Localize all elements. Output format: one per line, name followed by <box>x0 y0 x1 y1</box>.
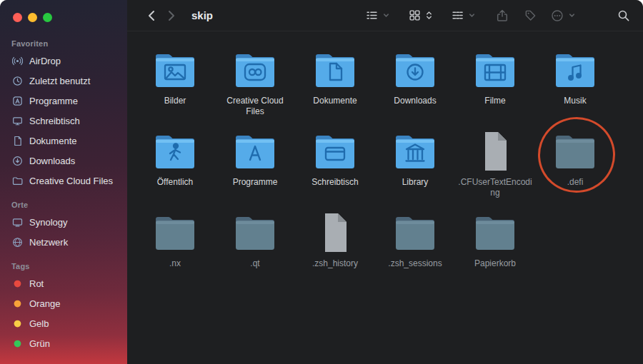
file-item-label: .nx <box>169 258 181 269</box>
tags-button[interactable] <box>523 8 538 23</box>
sidebar-item-label: Zuletzt benutzt <box>29 76 90 86</box>
more-button[interactable] <box>551 9 576 22</box>
sidebar-item-downloads[interactable]: Downloads <box>0 151 127 171</box>
share-button[interactable] <box>494 8 510 24</box>
file-item-filme[interactable]: Filme <box>455 46 535 127</box>
sidebar-item-zuletzt-benutzt[interactable]: Zuletzt benutzt <box>0 71 127 91</box>
display-icon <box>11 217 23 228</box>
sidebar-item-label: Orange <box>29 298 60 309</box>
chevron-down-icon <box>468 11 476 19</box>
sidebar-item-label: Creative Cloud Files <box>29 176 113 186</box>
document-icon <box>11 136 23 146</box>
window-title: skip <box>191 9 213 21</box>
sidebar-item-programme[interactable]: Programme <box>0 91 127 111</box>
folder-image-icon <box>152 50 198 90</box>
desktop-icon <box>11 116 23 126</box>
folder-plain-icon <box>552 131 598 171</box>
sidebar-item-label: Schreibtisch <box>29 116 80 126</box>
folder-film-icon <box>472 50 518 90</box>
file-item-öffentlich[interactable]: Öffentlich <box>135 127 215 208</box>
sidebar-item-grün[interactable]: Grün <box>0 333 127 353</box>
sidebar-item-label: Grün <box>29 338 50 349</box>
tag-icon <box>11 298 23 309</box>
file-item-label: Schreibtisch <box>311 177 358 188</box>
list-view-icon <box>366 9 378 21</box>
traffic-lights <box>0 10 127 29</box>
tag-icon <box>524 9 537 21</box>
file-item-label: Dokumente <box>313 96 357 106</box>
network-icon <box>11 237 23 248</box>
view-grid-button[interactable] <box>409 9 433 21</box>
file-item-defi[interactable]: .defi <box>535 127 615 208</box>
file-item-creative-cloud-files[interactable]: Creative Cloud Files <box>215 46 295 127</box>
close-button[interactable] <box>13 13 22 22</box>
folder-library-icon <box>392 131 438 171</box>
search-button[interactable] <box>616 8 632 24</box>
file-item-zsh-history[interactable]: .zsh_history <box>295 208 375 290</box>
sidebar-item-creative-cloud-files[interactable]: Creative Cloud Files <box>0 171 127 191</box>
main-area: skip <box>127 0 643 364</box>
forward-chevron-icon <box>164 9 177 22</box>
file-item-musik[interactable]: Musik <box>535 46 615 127</box>
chevron-down-icon <box>568 11 576 19</box>
file-item-label: Filme <box>484 96 505 106</box>
sidebar-item-label: AirDrop <box>29 56 61 66</box>
chevron-up-down-icon <box>425 11 433 20</box>
folder-apps-icon <box>232 131 278 171</box>
file-item-dokumente[interactable]: Dokumente <box>295 46 375 127</box>
download-icon <box>11 156 23 166</box>
sidebar: FavoritenAirDropZuletzt benutztProgramme… <box>0 0 127 364</box>
sidebar-item-gelb[interactable]: Gelb <box>0 313 127 333</box>
file-item-bilder[interactable]: Bilder <box>135 46 215 127</box>
forward-button[interactable] <box>161 6 180 25</box>
share-icon <box>496 9 509 22</box>
sidebar-item-label: Rot <box>29 278 44 289</box>
sidebar-item-netzwerk[interactable]: Netzwerk <box>0 232 127 252</box>
file-item-label: Library <box>402 177 429 188</box>
sidebar-sections: FavoritenAirDropZuletzt benutztProgramme… <box>0 39 127 353</box>
search-icon <box>617 9 630 22</box>
clock-icon <box>11 76 23 86</box>
zoom-button[interactable] <box>43 13 52 22</box>
back-chevron-icon <box>146 9 159 22</box>
folder-plain-icon <box>232 213 278 253</box>
folder-cc-icon <box>232 50 278 90</box>
file-item-qt[interactable]: .qt <box>215 208 295 290</box>
sidebar-item-label: Netzwerk <box>29 237 68 248</box>
applications-icon <box>11 96 23 106</box>
view-list-button[interactable] <box>366 9 390 21</box>
sidebar-section-title: Orte <box>0 201 127 212</box>
folder-doc-icon <box>312 50 358 90</box>
sidebar-item-synology[interactable]: Synology <box>0 212 127 232</box>
file-item-label: Öffentlich <box>157 177 193 188</box>
file-item-library[interactable]: Library <box>375 127 455 208</box>
tag-icon <box>11 338 23 349</box>
file-item-label: .zsh_sessions <box>388 258 442 269</box>
file-item-downloads[interactable]: Downloads <box>375 46 455 127</box>
file-item-label: Programme <box>233 177 278 188</box>
file-item-zsh-sessions[interactable]: .zsh_sessions <box>375 208 455 290</box>
sidebar-item-label: Dokumente <box>29 136 76 146</box>
back-button[interactable] <box>143 6 161 25</box>
folder-card-icon <box>312 131 358 171</box>
file-item-nx[interactable]: .nx <box>135 208 215 290</box>
sidebar-item-airdrop[interactable]: AirDrop <box>0 51 127 71</box>
file-item-label: .qt <box>250 258 259 269</box>
file-item-schreibtisch[interactable]: Schreibtisch <box>295 127 375 208</box>
finder-window: FavoritenAirDropZuletzt benutztProgramme… <box>0 0 643 364</box>
file-item-papierkorb[interactable]: Papierkorb <box>455 208 535 290</box>
sidebar-item-orange[interactable]: Orange <box>0 293 127 313</box>
file-item-label: Creative Cloud Files <box>218 96 292 116</box>
sidebar-item-schreibtisch[interactable]: Schreibtisch <box>0 111 127 131</box>
sidebar-item-rot[interactable]: Rot <box>0 273 127 293</box>
grid-view-icon <box>409 9 421 21</box>
sidebar-item-dokumente[interactable]: Dokumente <box>0 131 127 151</box>
file-item-cfusertextencoding[interactable]: .CFUserTextEncoding <box>455 127 535 208</box>
ellipsis-circle-icon <box>551 9 564 22</box>
folder-public-icon <box>152 131 198 171</box>
group-button[interactable] <box>452 9 476 21</box>
file-item-programme[interactable]: Programme <box>215 127 295 208</box>
file-item-label: Papierkorb <box>474 258 516 269</box>
file-grid: BilderCreative Cloud FilesDokumenteDownl… <box>127 31 643 290</box>
minimize-button[interactable] <box>28 13 37 22</box>
